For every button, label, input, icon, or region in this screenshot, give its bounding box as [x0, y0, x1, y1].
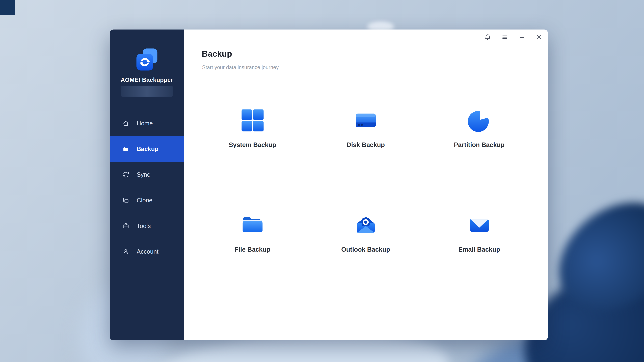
aomei-logo-icon — [134, 47, 160, 73]
system-backup-icon — [240, 108, 265, 133]
main-content: Backup Start your data insurance journey — [184, 30, 548, 340]
close-button[interactable] — [535, 33, 543, 41]
app-name: AOMEI Backupper — [110, 76, 184, 83]
tile-label: File Backup — [234, 246, 270, 253]
minimize-icon — [518, 34, 525, 40]
sidebar-item-home[interactable]: Home — [110, 110, 184, 136]
sidebar-item-label: Clone — [137, 197, 152, 204]
tile-outlook-backup[interactable]: Outlook Backup — [309, 212, 422, 253]
backup-icon — [122, 146, 129, 152]
page-subtitle: Start your data insurance journey — [202, 64, 279, 70]
sidebar-menu: Home Backup Sync — [110, 110, 184, 264]
sidebar-item-clone[interactable]: Clone — [110, 188, 184, 213]
sidebar-item-backup[interactable]: Backup — [110, 136, 184, 162]
wallpaper-petal — [538, 180, 644, 333]
hamburger-icon — [502, 34, 508, 40]
sidebar-banner — [121, 86, 173, 96]
clone-icon — [122, 197, 129, 204]
sidebar-item-sync[interactable]: Sync — [110, 162, 184, 188]
sidebar-item-account[interactable]: Account — [110, 239, 184, 264]
sidebar-item-label: Home — [137, 120, 153, 127]
sidebar-item-label: Backup — [137, 146, 158, 152]
desktop: { "app": { "name": "AOMEI Backupper" }, … — [0, 0, 644, 362]
tile-label: Outlook Backup — [341, 246, 390, 253]
tile-email-backup[interactable]: Email Backup — [422, 212, 536, 253]
app-window: AOMEI Backupper Home Backup — [110, 30, 548, 340]
notifications-button[interactable] — [484, 33, 492, 41]
home-icon — [122, 120, 129, 127]
sidebar: AOMEI Backupper Home Backup — [110, 30, 184, 340]
minimize-button[interactable] — [518, 33, 526, 41]
partition-backup-icon — [467, 108, 492, 133]
account-icon — [122, 248, 129, 255]
sidebar-item-label: Tools — [137, 222, 151, 230]
menu-button[interactable] — [501, 33, 509, 41]
sidebar-item-tools[interactable]: Tools — [110, 213, 184, 239]
app-logo — [134, 47, 160, 73]
window-controls — [484, 33, 543, 41]
disk-backup-icon — [353, 108, 378, 133]
tools-icon — [122, 222, 129, 230]
page-title: Backup — [202, 49, 232, 59]
sync-icon — [122, 171, 129, 178]
file-backup-icon — [240, 212, 265, 238]
tile-system-backup[interactable]: System Backup — [196, 108, 309, 148]
outlook-backup-icon — [353, 212, 378, 238]
sidebar-item-label: Sync — [137, 171, 150, 178]
bell-icon — [484, 34, 491, 40]
sidebar-item-label: Account — [137, 248, 158, 255]
tile-file-backup[interactable]: File Backup — [196, 212, 309, 253]
tile-label: Partition Backup — [454, 141, 505, 148]
tile-label: Disk Backup — [346, 141, 385, 148]
tile-label: System Backup — [229, 141, 276, 148]
tile-partition-backup[interactable]: Partition Backup — [422, 108, 536, 148]
tile-label: Email Backup — [458, 246, 500, 253]
email-backup-icon — [467, 212, 492, 238]
desktop-corner-artifact — [0, 0, 15, 15]
tile-disk-backup[interactable]: Disk Backup — [309, 108, 422, 148]
close-icon — [536, 34, 542, 40]
